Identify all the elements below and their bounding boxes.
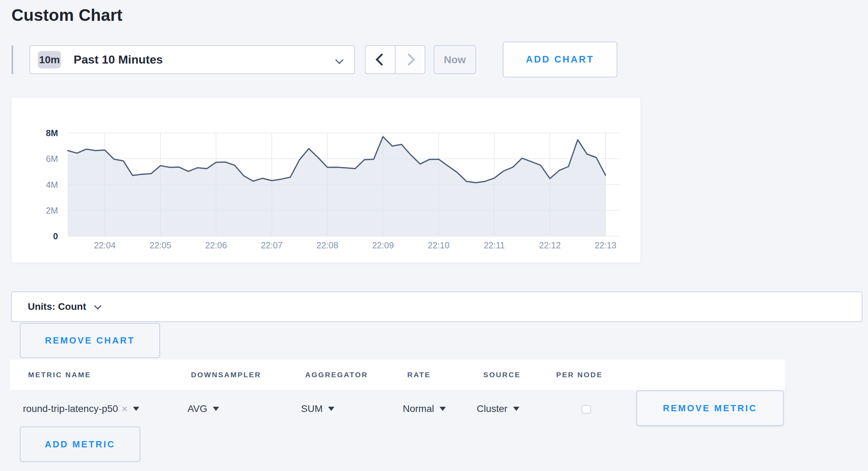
- time-range-badge: 10m: [38, 51, 61, 68]
- time-prev-button[interactable]: [366, 46, 395, 73]
- column-header-downsampler: DOWNSAMPLER: [191, 371, 261, 379]
- remove-chart-button[interactable]: REMOVE CHART: [20, 323, 160, 358]
- time-nav-group: [365, 45, 425, 74]
- svg-text:22:12: 22:12: [539, 240, 561, 250]
- chevron-right-icon: [402, 53, 415, 66]
- aggregator-value: SUM: [301, 403, 323, 414]
- close-icon[interactable]: ×: [122, 403, 128, 415]
- units-select[interactable]: Units: Count: [11, 291, 862, 322]
- now-button[interactable]: Now: [434, 45, 476, 74]
- downsampler-select[interactable]: AVG: [187, 403, 219, 414]
- chevron-down-icon: [94, 302, 101, 309]
- caret-down-icon: [133, 407, 139, 411]
- column-header-per-node: PER NODE: [556, 371, 603, 379]
- aggregator-select[interactable]: SUM: [301, 403, 334, 414]
- units-select-label: Units: Count: [28, 301, 86, 312]
- chart-card: 02M4M6M8M22:0422:0522:0622:0722:0822:092…: [11, 97, 641, 263]
- svg-text:22:09: 22:09: [372, 240, 394, 250]
- rate-select[interactable]: Normal: [403, 403, 446, 414]
- svg-text:22:06: 22:06: [205, 240, 227, 250]
- source-select[interactable]: Cluster: [477, 403, 519, 414]
- svg-text:8M: 8M: [46, 128, 58, 138]
- metric-name-value: round-trip-latency-p50: [23, 403, 118, 414]
- page-title: Custom Chart: [11, 6, 123, 25]
- time-next-button[interactable]: [395, 46, 425, 73]
- caret-down-icon: [328, 407, 334, 411]
- time-range-label: Past 10 Minutes: [74, 53, 163, 66]
- column-header-source: SOURCE: [483, 371, 521, 379]
- svg-text:4M: 4M: [46, 180, 58, 190]
- caret-down-icon: [513, 407, 519, 411]
- source-value: Cluster: [477, 403, 508, 414]
- per-node-checkbox[interactable]: [582, 405, 591, 414]
- svg-text:2M: 2M: [46, 206, 58, 215]
- column-header-metric-name: METRIC NAME: [28, 371, 91, 379]
- svg-text:0: 0: [53, 231, 58, 241]
- toolbar-accent-divider: [11, 46, 13, 74]
- custom-chart-page: Custom Chart 10m Past 10 Minutes Now ADD…: [0, 0, 868, 471]
- rate-value: Normal: [403, 403, 434, 414]
- svg-text:22:13: 22:13: [595, 240, 617, 250]
- remove-metric-button[interactable]: REMOVE METRIC: [636, 390, 784, 426]
- metric-name-select[interactable]: round-trip-latency-p50 ×: [23, 403, 139, 415]
- svg-text:22:11: 22:11: [484, 240, 505, 250]
- svg-text:22:05: 22:05: [150, 240, 172, 250]
- add-chart-button[interactable]: ADD CHART: [503, 42, 617, 77]
- column-header-aggregator: AGGREGATOR: [305, 371, 368, 379]
- svg-text:22:10: 22:10: [428, 240, 450, 250]
- svg-text:22:07: 22:07: [261, 240, 283, 250]
- svg-text:22:04: 22:04: [94, 240, 116, 250]
- svg-text:6M: 6M: [46, 154, 58, 164]
- metrics-table-header: METRIC NAME DOWNSAMPLER AGGREGATOR RATE …: [10, 360, 785, 390]
- chevron-left-icon: [375, 53, 387, 66]
- column-header-rate: RATE: [407, 371, 431, 379]
- time-range-select[interactable]: 10m Past 10 Minutes: [30, 45, 355, 74]
- timeseries-area-chart[interactable]: 02M4M6M8M22:0422:0522:0622:0722:0822:092…: [11, 98, 641, 263]
- downsampler-value: AVG: [187, 403, 207, 414]
- add-metric-button[interactable]: ADD METRIC: [20, 427, 140, 462]
- caret-down-icon: [440, 407, 446, 411]
- caret-down-icon: [213, 407, 219, 411]
- chevron-down-icon: [335, 56, 343, 64]
- svg-text:22:08: 22:08: [317, 240, 339, 250]
